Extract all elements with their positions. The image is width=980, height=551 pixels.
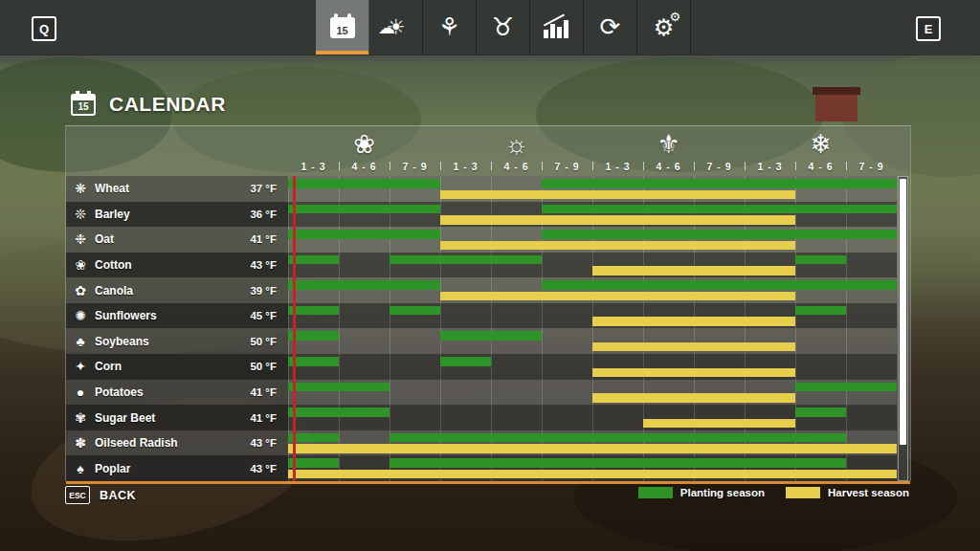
crop-grid-row xyxy=(288,176,897,202)
hotkey-e-badge[interactable]: E xyxy=(916,16,941,41)
planting-bar xyxy=(542,230,897,239)
tab-rotation[interactable]: ⟳ xyxy=(584,0,637,55)
planting-bar xyxy=(390,433,846,443)
planting-bar xyxy=(288,357,339,366)
tab-weather[interactable]: ☀☁ xyxy=(369,0,423,55)
tab-calendar[interactable]: 15 xyxy=(316,0,369,55)
tab-statistics[interactable] xyxy=(530,0,584,55)
poplar-icon: ♠ xyxy=(66,461,95,476)
crop-grid-row xyxy=(288,303,897,329)
period-label: 1 - 3 xyxy=(592,159,643,174)
oat-icon: ❉ xyxy=(66,231,95,247)
legend: Planting season Harvest season xyxy=(0,484,909,501)
planting-bar xyxy=(288,408,390,417)
crop-grid-row xyxy=(288,455,897,481)
planting-bar xyxy=(795,306,846,316)
period-tick xyxy=(440,162,441,170)
harvest-bar xyxy=(288,470,897,479)
crop-grid-row xyxy=(288,405,897,430)
harvest-legend-label: Harvest season xyxy=(828,487,909,498)
planting-bar xyxy=(390,458,846,468)
period-tick xyxy=(795,162,796,170)
sun-icon: ☼ xyxy=(440,129,592,160)
period-label: 4 - 6 xyxy=(643,159,694,174)
crop-germination-temp: 50 °F xyxy=(250,336,288,347)
period-tick xyxy=(846,162,847,170)
period-tick xyxy=(339,162,340,170)
planting-bar xyxy=(390,306,440,316)
planting-legend-swatch xyxy=(638,487,673,498)
crop-label-row: ❉Oat41 °F xyxy=(66,227,288,253)
cow-icon: ♉ xyxy=(492,12,514,42)
crop-germination-temp: 37 °F xyxy=(250,183,288,194)
period-label: 4 - 6 xyxy=(795,159,846,174)
page-header: 15 CALENDAR xyxy=(71,93,226,116)
top-bar: 15☀☁⚘♉⟳⚙⚙ xyxy=(0,0,980,55)
planting-bar xyxy=(288,179,440,188)
crop-label-row: ✿Canola39 °F xyxy=(66,277,288,303)
harvest-bar xyxy=(592,342,795,352)
period-label: 4 - 6 xyxy=(491,159,542,174)
scrollbar-thumb[interactable] xyxy=(900,179,906,445)
period-tick xyxy=(643,162,644,170)
scrollbar-track[interactable] xyxy=(898,176,908,481)
crop-germination-temp: 41 °F xyxy=(250,386,288,398)
harvest-bar xyxy=(592,266,795,276)
crop-label-row: ❋Wheat37 °F xyxy=(66,176,288,202)
crop-name: Oilseed Radish xyxy=(95,436,250,450)
period-label: 4 - 6 xyxy=(339,159,390,174)
period-label: 1 - 3 xyxy=(440,159,491,174)
hotkey-q-badge[interactable]: Q xyxy=(32,16,56,41)
current-day-line xyxy=(293,176,296,481)
crop-name: Corn xyxy=(95,360,250,373)
crop-germination-temp: 50 °F xyxy=(250,361,288,372)
planting-bar xyxy=(288,383,390,392)
harvest-bar xyxy=(440,292,795,301)
leaf-icon: ⚜ xyxy=(592,129,745,160)
tab-animals[interactable]: ♉ xyxy=(477,0,530,55)
crop-grid-row xyxy=(288,354,897,380)
crop-label-row: ❊Barley36 °F xyxy=(66,202,288,228)
crop-germination-temp: 43 °F xyxy=(250,259,288,271)
harvest-bar xyxy=(592,368,795,378)
harvest-bar xyxy=(440,241,795,251)
planting-bar xyxy=(440,331,542,341)
page-title: CALENDAR xyxy=(109,93,226,116)
gears-icon: ⚙⚙ xyxy=(654,14,675,41)
harvest-bar xyxy=(592,317,795,326)
crop-name: Sugar Beet xyxy=(95,411,250,425)
tab-settings[interactable]: ⚙⚙ xyxy=(637,0,691,55)
cotton-icon: ❀ xyxy=(66,257,95,273)
potato-icon: ● xyxy=(66,385,95,400)
planting-bar xyxy=(288,458,339,468)
snowflake-icon: ❄ xyxy=(745,129,897,160)
planting-bar xyxy=(288,331,339,341)
crop-name: Cotton xyxy=(95,258,250,272)
back-control[interactable]: ESC BACK xyxy=(65,486,136,504)
planting-bar xyxy=(542,280,897,290)
tab-crops[interactable]: ⚘ xyxy=(423,0,477,55)
esc-key-badge[interactable]: ESC xyxy=(65,486,90,504)
calendar-panel: ❀☼⚜❄ 1 - 34 - 67 - 91 - 34 - 67 - 91 - 3… xyxy=(65,125,911,481)
planting-bar xyxy=(288,433,339,443)
crop-label-row: ♠Poplar43 °F xyxy=(66,455,288,481)
crop-grid-row xyxy=(288,253,897,278)
period-label: 7 - 9 xyxy=(542,159,592,174)
crop-grid-row xyxy=(288,430,897,456)
top-tab-bar: 15☀☁⚘♉⟳⚙⚙ xyxy=(316,0,691,55)
weather-icon: ☀☁ xyxy=(387,15,406,40)
crop-grid-row xyxy=(288,202,897,228)
crop-name: Sunflowers xyxy=(95,309,250,322)
crop-germination-temp: 41 °F xyxy=(250,412,288,424)
crop-grid-row xyxy=(288,277,897,303)
crop-name: Canola xyxy=(95,284,250,298)
crop-name: Wheat xyxy=(95,182,250,195)
period-label: 7 - 9 xyxy=(390,159,440,174)
sprout-icon: ⚘ xyxy=(438,12,460,42)
period-tick xyxy=(491,162,492,170)
sugar-beet-icon: ✾ xyxy=(66,410,95,426)
crop-label-row: ✾Sugar Beet41 °F xyxy=(66,405,288,430)
wheat-icon: ❋ xyxy=(66,181,95,196)
flower-icon: ❀ xyxy=(288,129,440,160)
crop-germination-temp: 36 °F xyxy=(250,209,288,220)
